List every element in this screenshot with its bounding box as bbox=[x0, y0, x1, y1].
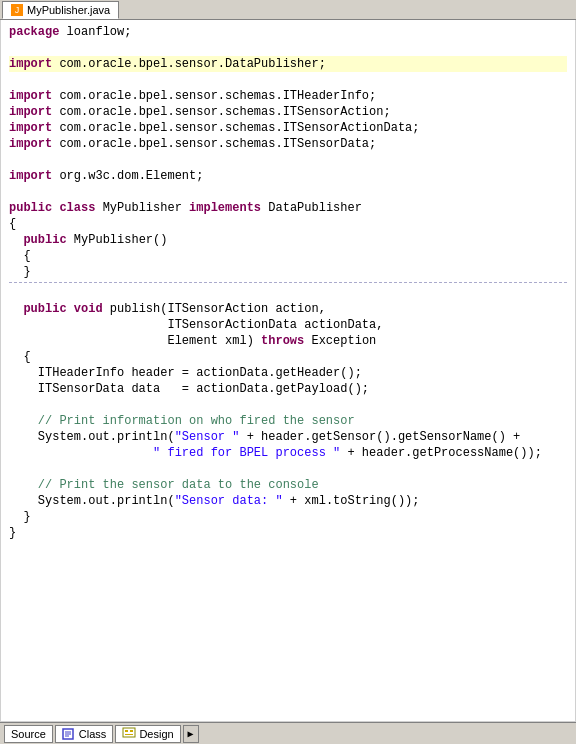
code-line bbox=[9, 40, 567, 56]
java-file-icon: J bbox=[11, 4, 23, 16]
code-line bbox=[9, 72, 567, 88]
code-line: ITHeaderInfo header = actionData.getHead… bbox=[9, 365, 567, 381]
file-tab[interactable]: J MyPublisher.java bbox=[2, 1, 119, 19]
code-editor[interactable]: package loanflow; import com.oracle.bpel… bbox=[0, 20, 576, 722]
code-line bbox=[9, 184, 567, 200]
code-line: { bbox=[9, 349, 567, 365]
class-tab[interactable]: Class bbox=[55, 725, 114, 743]
code-line: import com.oracle.bpel.sensor.DataPublis… bbox=[9, 56, 567, 72]
code-line bbox=[9, 397, 567, 413]
code-line: import com.oracle.bpel.sensor.schemas.IT… bbox=[9, 104, 567, 120]
code-line bbox=[9, 152, 567, 168]
code-line: // Print the sensor data to the console bbox=[9, 477, 567, 493]
code-line: // Print information on who fired the se… bbox=[9, 413, 567, 429]
svg-rect-6 bbox=[130, 730, 133, 732]
code-line: Element xml) throws Exception bbox=[9, 333, 567, 349]
svg-rect-4 bbox=[123, 728, 135, 737]
code-line: System.out.println("Sensor data: " + xml… bbox=[9, 493, 567, 509]
design-tab[interactable]: Design bbox=[115, 725, 180, 743]
code-line: ITSensorData data = actionData.getPayloa… bbox=[9, 381, 567, 397]
code-line: public MyPublisher() bbox=[9, 232, 567, 248]
code-line: package loanflow; bbox=[9, 24, 567, 40]
code-line: { bbox=[9, 216, 567, 232]
code-line: public void publish(ITSensorAction actio… bbox=[9, 301, 567, 317]
code-line: public class MyPublisher implements Data… bbox=[9, 200, 567, 216]
code-line: " fired for BPEL process " + header.getP… bbox=[9, 445, 567, 461]
tab-bar: J MyPublisher.java bbox=[0, 0, 576, 20]
design-icon bbox=[122, 727, 136, 741]
scroll-right-arrow[interactable]: ▶ bbox=[183, 725, 199, 743]
svg-rect-5 bbox=[125, 730, 128, 732]
code-line: } bbox=[9, 509, 567, 525]
tab-label: MyPublisher.java bbox=[27, 4, 110, 16]
code-line bbox=[9, 461, 567, 477]
code-line bbox=[9, 282, 567, 301]
design-label: Design bbox=[139, 728, 173, 740]
class-label: Class bbox=[79, 728, 107, 740]
source-tab[interactable]: Source bbox=[4, 725, 53, 743]
code-line: import com.oracle.bpel.sensor.schemas.IT… bbox=[9, 120, 567, 136]
code-line: System.out.println("Sensor " + header.ge… bbox=[9, 429, 567, 445]
code-line: import com.oracle.bpel.sensor.schemas.IT… bbox=[9, 88, 567, 104]
code-line: import org.w3c.dom.Element; bbox=[9, 168, 567, 184]
code-content: package loanflow; import com.oracle.bpel… bbox=[1, 24, 575, 717]
status-bar: Source Class Design ▶ bbox=[0, 722, 576, 744]
code-line: ITSensorActionData actionData, bbox=[9, 317, 567, 333]
svg-rect-7 bbox=[125, 734, 133, 735]
class-icon bbox=[62, 727, 76, 741]
code-line: } bbox=[9, 525, 567, 541]
code-line: import com.oracle.bpel.sensor.schemas.IT… bbox=[9, 136, 567, 152]
code-line: } bbox=[9, 264, 567, 280]
code-line: { bbox=[9, 248, 567, 264]
source-label: Source bbox=[11, 728, 46, 740]
